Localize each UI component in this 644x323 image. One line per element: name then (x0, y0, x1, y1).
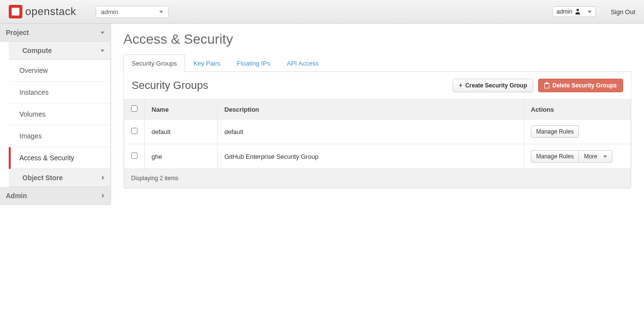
sidebar-item-label: Instances (19, 88, 49, 96)
row-description: default (218, 119, 524, 144)
table-header-row: Name Description Actions (124, 100, 631, 119)
sidebar-subsection-compute[interactable]: Compute (9, 42, 110, 60)
sidebar-section-label: Project (6, 29, 29, 36)
row-checkbox[interactable] (131, 128, 137, 134)
row-checkbox[interactable] (131, 153, 137, 159)
openstack-logo-icon (9, 5, 22, 18)
column-header-description[interactable]: Description (218, 100, 524, 119)
chevron-right-icon (102, 175, 104, 180)
button-label: Create Security Group (465, 82, 527, 89)
tab-label: Key Pairs (193, 60, 220, 67)
signout-link[interactable]: Sign Out (610, 8, 635, 16)
chevron-down-icon (159, 11, 163, 13)
chevron-down-icon (101, 32, 104, 34)
row-actions: Manage Rules More (524, 144, 631, 169)
row-description: GitHub Enterprise Security Group (218, 144, 524, 169)
tabs: Security Groups Key Pairs Floating IPs A… (123, 54, 631, 72)
table-footer-row: Displaying 2 items (124, 169, 631, 188)
panel-header: Security Groups + Create Security Group … (124, 72, 631, 99)
tab-label: Security Groups (132, 60, 177, 67)
select-all-checkbox[interactable] (131, 105, 137, 112)
sidebar-item-access-security[interactable]: Access & Security (9, 147, 110, 169)
panel-title: Security Groups (132, 79, 208, 92)
tenant-selected-label: admin (101, 8, 118, 16)
sidebar-item-label: Access & Security (19, 154, 74, 162)
tab-key-pairs[interactable]: Key Pairs (185, 54, 229, 72)
sidebar-section-project[interactable]: Project (0, 24, 110, 42)
sidebar-item-overview[interactable]: Overview (9, 60, 110, 82)
tab-label: API Access (287, 60, 319, 67)
tab-security-groups[interactable]: Security Groups (123, 54, 185, 72)
column-header-name[interactable]: Name (145, 100, 218, 119)
more-label: More (584, 153, 597, 160)
security-groups-panel: Security Groups + Create Security Group … (123, 72, 631, 188)
sidebar-item-label: Volumes (19, 110, 46, 118)
sidebar-item-label: Overview (19, 67, 48, 74)
table-footer-text: Displaying 2 items (124, 169, 631, 188)
tab-floating-ips[interactable]: Floating IPs (229, 54, 279, 72)
sidebar-item-instances[interactable]: Instances (9, 82, 110, 103)
table-row: default default Manage Rules (124, 119, 631, 144)
tab-api-access[interactable]: API Access (279, 54, 327, 72)
brand-text: openstack (25, 5, 76, 18)
header-actions: + Create Security Group Delete Security … (453, 79, 623, 92)
brand-logo[interactable]: openstack (9, 5, 76, 18)
main-content: Access & Security Security Groups Key Pa… (111, 24, 644, 205)
topbar-right: admin Sign Out (552, 6, 635, 17)
action-group: Manage Rules More (531, 150, 612, 163)
sidebar-section-admin[interactable]: Admin (0, 187, 110, 205)
manage-rules-button[interactable]: Manage Rules (531, 150, 578, 163)
more-actions-button[interactable]: More (578, 150, 612, 163)
row-checkbox-cell (124, 119, 145, 144)
manage-rules-button[interactable]: Manage Rules (531, 125, 579, 138)
sidebar-item-images[interactable]: Images (9, 125, 110, 147)
person-icon (575, 9, 581, 15)
user-label: admin (557, 8, 573, 15)
sidebar-item-volumes[interactable]: Volumes (9, 103, 110, 125)
topbar: openstack admin admin Sign Out (0, 0, 644, 24)
row-name: default (145, 119, 218, 144)
chevron-right-icon (102, 193, 104, 198)
row-name: ghe (145, 144, 218, 169)
chevron-down-icon (588, 11, 592, 13)
sidebar: Project Compute Overview Instances Volum… (0, 24, 111, 205)
sidebar-item-label: Images (19, 132, 42, 140)
nav-items: Overview Instances Volumes Images Access… (9, 60, 110, 169)
sidebar-subsection-label: Compute (22, 47, 52, 54)
tab-label: Floating IPs (237, 60, 271, 67)
create-security-group-button[interactable]: + Create Security Group (453, 79, 533, 92)
user-menu-button[interactable]: admin (552, 6, 596, 17)
tenant-selector[interactable]: admin (96, 6, 169, 18)
row-checkbox-cell (124, 144, 145, 169)
row-actions: Manage Rules (524, 119, 631, 144)
delete-security-groups-button[interactable]: Delete Security Groups (538, 79, 623, 92)
sidebar-subsection-object-store[interactable]: Object Store (9, 169, 110, 187)
sidebar-subsection-label: Object Store (22, 174, 63, 182)
plus-icon: + (459, 82, 462, 89)
chevron-down-icon (603, 155, 607, 158)
page-title: Access & Security (123, 32, 631, 47)
security-groups-table: Name Description Actions default default… (124, 99, 631, 188)
button-label: Delete Security Groups (552, 82, 617, 89)
sidebar-section-label: Admin (6, 192, 27, 200)
column-header-actions: Actions (524, 100, 631, 119)
trash-icon (544, 83, 549, 88)
chevron-down-icon (101, 50, 104, 52)
column-header-checkbox (124, 100, 145, 119)
table-row: ghe GitHub Enterprise Security Group Man… (124, 144, 631, 169)
